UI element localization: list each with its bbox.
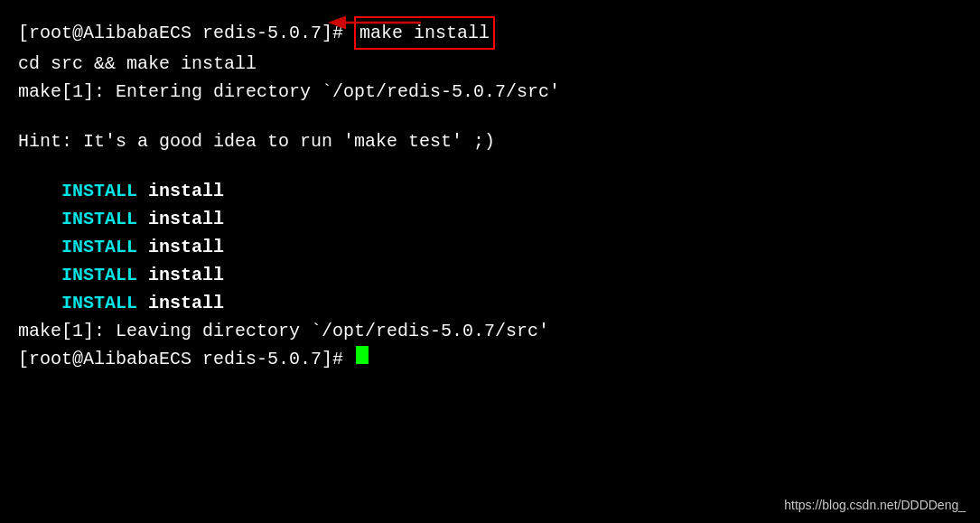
terminal-line-3: make[1]: Entering directory `/opt/redis-… <box>18 78 962 106</box>
output-text-3: make[1]: Entering directory `/opt/redis-… <box>18 78 560 106</box>
install-keyword-3: INSTALL <box>61 233 137 261</box>
cursor <box>356 346 369 364</box>
terminal-line-final: [root@AlibabaECS redis-5.0.7]# <box>18 345 962 373</box>
install-line-1: INSTALL install <box>18 177 962 205</box>
leaving-text: make[1]: Leaving directory `/opt/redis-5… <box>18 317 549 345</box>
blank-line-1 <box>18 106 962 127</box>
install-line-4: INSTALL install <box>18 261 962 289</box>
install-value-4: install <box>148 261 224 289</box>
hint-text: Hint: It's a good idea to run 'make test… <box>18 127 495 155</box>
install-value-3: install <box>148 233 224 261</box>
terminal-line-4: Hint: It's a good idea to run 'make test… <box>18 127 962 155</box>
final-prompt: [root@AlibabaECS redis-5.0.7]# <box>18 345 354 373</box>
install-line-2: INSTALL install <box>18 205 962 233</box>
arrow-annotation <box>323 7 423 38</box>
install-keyword-2: INSTALL <box>61 205 137 233</box>
prompt-1: [root@AlibabaECS redis-5.0.7]# <box>18 19 354 47</box>
install-value-2: install <box>148 205 224 233</box>
install-value-5: install <box>148 289 224 317</box>
install-keyword-1: INSTALL <box>61 177 137 205</box>
terminal-window: [root@AlibabaECS redis-5.0.7]# make inst… <box>0 0 980 523</box>
install-keyword-4: INSTALL <box>61 261 137 289</box>
terminal-line-2: cd src && make install <box>18 50 962 78</box>
terminal-line-leaving: make[1]: Leaving directory `/opt/redis-5… <box>18 317 962 345</box>
install-line-5: INSTALL install <box>18 289 962 317</box>
output-text-2: cd src && make install <box>18 50 257 78</box>
blank-line-2 <box>18 155 962 177</box>
watermark: https://blog.csdn.net/DDDDeng_ <box>784 498 966 512</box>
install-keyword-5: INSTALL <box>61 289 137 317</box>
terminal-line-1: [root@AlibabaECS redis-5.0.7]# make inst… <box>18 16 962 50</box>
install-line-3: INSTALL install <box>18 233 962 261</box>
install-value-1: install <box>148 177 224 205</box>
